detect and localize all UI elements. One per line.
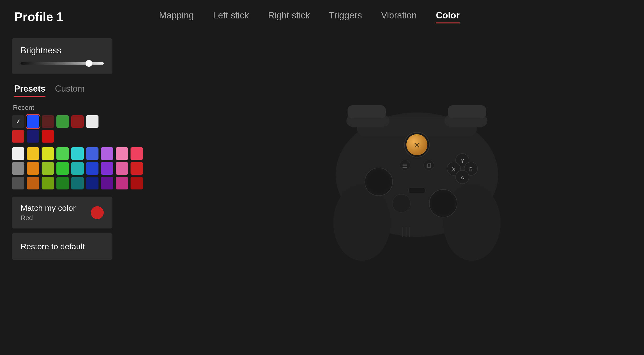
match-my-color-card[interactable]: Match my color Red: [12, 197, 112, 228]
tab-left-stick[interactable]: Left stick: [213, 10, 249, 24]
swatch-gray-dark[interactable]: [12, 177, 24, 189]
restore-default-button[interactable]: Restore to default: [12, 233, 112, 260]
swatch-green-light[interactable]: [56, 147, 69, 160]
color-grid-row-1: [12, 147, 112, 160]
tab-mapping[interactable]: Mapping: [159, 10, 194, 24]
swatch-pink-medium[interactable]: [116, 162, 128, 175]
swatch-red-light[interactable]: [130, 147, 143, 160]
swatch-orange-dark[interactable]: [27, 177, 39, 189]
nav-tabs: Mapping Left stick Right stick Triggers …: [159, 10, 460, 24]
brightness-label: Brightness: [20, 46, 104, 56]
svg-text:A: A: [461, 175, 464, 181]
swatch-red-dark[interactable]: [130, 177, 143, 189]
swatch-white[interactable]: [12, 147, 24, 160]
swatch-magenta[interactable]: [116, 177, 128, 189]
svg-point-14: [432, 192, 455, 215]
left-panel: Brightness Presets Custom Recent ✓: [12, 38, 112, 260]
svg-point-24: [400, 160, 410, 170]
tab-color[interactable]: Color: [436, 10, 460, 24]
match-color-dot: [91, 206, 104, 219]
controller-area: ✕ Y X B A: [190, 24, 644, 335]
swatch-yellow-light[interactable]: [27, 147, 39, 160]
swatch-red-medium[interactable]: [130, 162, 143, 175]
swatch-gray[interactable]: [12, 162, 24, 175]
svg-point-28: [424, 160, 434, 170]
swatch-teal[interactable]: [71, 177, 84, 189]
preset-custom-tabs: Presets Custom: [12, 84, 112, 97]
brightness-slider[interactable]: [20, 62, 104, 65]
recent-swatch-8[interactable]: [42, 130, 54, 143]
swatch-cyan-light[interactable]: [71, 147, 84, 160]
recent-swatch-1[interactable]: [27, 115, 39, 128]
swatch-blue-medium[interactable]: [86, 147, 98, 160]
swatch-purple-medium[interactable]: [101, 162, 113, 175]
svg-text:X: X: [452, 166, 456, 172]
recent-swatch-6[interactable]: [12, 130, 24, 143]
controller-svg: ✕ Y X B A: [309, 93, 524, 265]
swatch-green-dark[interactable]: [56, 177, 69, 189]
recent-swatch-4[interactable]: [71, 115, 84, 128]
match-subtitle: Red: [20, 214, 76, 222]
swatch-orange[interactable]: [27, 162, 39, 175]
svg-rect-6: [348, 105, 386, 118]
swatch-lime-dark[interactable]: [42, 177, 54, 189]
svg-rect-7: [448, 105, 486, 118]
tab-triggers[interactable]: Triggers: [329, 10, 362, 24]
recent-swatch-3[interactable]: [56, 115, 69, 128]
recent-swatch-0[interactable]: ✓: [12, 115, 24, 128]
tab-right-stick[interactable]: Right stick: [268, 10, 310, 24]
swatch-yellow-green[interactable]: [42, 147, 54, 160]
tab-vibration[interactable]: Vibration: [381, 10, 417, 24]
swatch-navy[interactable]: [86, 177, 98, 189]
recent-colors: ✓: [12, 115, 112, 143]
match-title: Match my color: [20, 203, 76, 213]
color-grid-row-2: [12, 162, 112, 175]
profile-title: Profile 1: [14, 10, 63, 24]
tab-custom[interactable]: Custom: [55, 84, 84, 97]
swatch-purple-light[interactable]: [101, 147, 113, 160]
swatch-lime[interactable]: [42, 162, 54, 175]
svg-point-12: [367, 170, 390, 193]
svg-text:Y: Y: [461, 158, 464, 164]
swatch-blue-dark[interactable]: [86, 162, 98, 175]
svg-rect-31: [408, 188, 425, 193]
svg-text:✕: ✕: [413, 140, 420, 150]
restore-label: Restore to default: [20, 242, 84, 251]
recent-swatch-5[interactable]: [86, 115, 98, 128]
match-info: Match my color Red: [20, 203, 76, 222]
svg-point-15: [392, 194, 410, 212]
tab-presets[interactable]: Presets: [14, 84, 46, 97]
color-grid-row-3: [12, 177, 112, 189]
swatch-cyan-medium[interactable]: [71, 162, 84, 175]
recent-label: Recent: [12, 104, 112, 112]
swatch-green-medium[interactable]: [56, 162, 69, 175]
recent-swatch-7[interactable]: [27, 130, 39, 143]
swatch-pink-light[interactable]: [116, 147, 128, 160]
svg-text:B: B: [469, 166, 473, 172]
brightness-card: Brightness: [12, 38, 112, 74]
swatch-indigo[interactable]: [101, 177, 113, 189]
svg-point-2: [333, 184, 390, 261]
check-icon: ✓: [16, 118, 20, 125]
color-grid: [12, 147, 112, 189]
recent-swatch-2[interactable]: [42, 115, 54, 128]
